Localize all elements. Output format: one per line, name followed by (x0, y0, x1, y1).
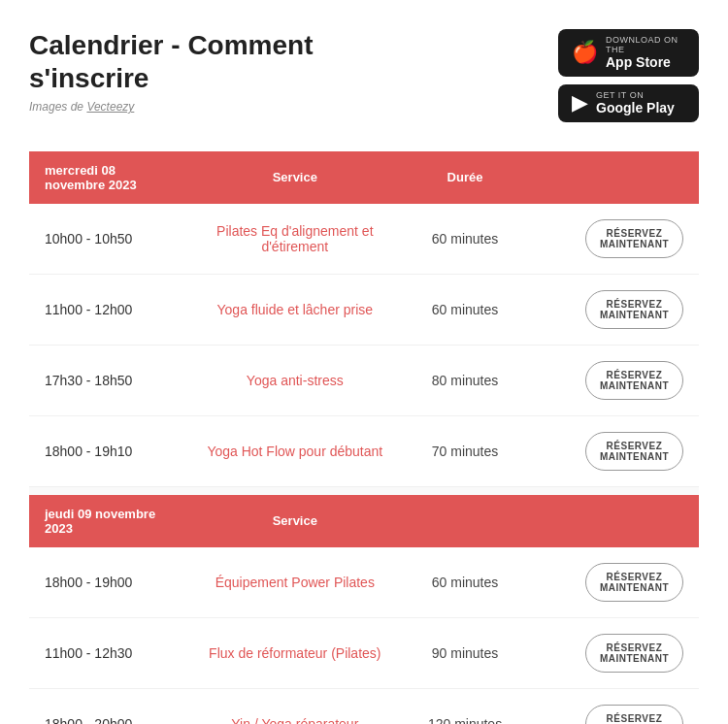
section-date-mercredi: mercredi 08 novembre 2023 (29, 151, 188, 204)
table-row: 11h00 - 12h00 Yoga fluide et lâcher pris… (29, 275, 699, 346)
section-header-mercredi: mercredi 08 novembre 2023 Service Durée (29, 151, 699, 204)
duration-cell: 80 minutes (401, 346, 528, 416)
reserve-button[interactable]: RÉSERVEZMAINTENANT (585, 563, 683, 602)
page-title-block: Calendrier - Comment s'inscrire Images d… (29, 29, 314, 114)
service-cell: Pilates Eq d'alignement et d'étirement (188, 204, 401, 275)
col-duree-mercredi: Durée (401, 151, 528, 204)
time-cell: 10h00 - 10h50 (29, 204, 188, 275)
action-cell: RÉSERVEZMAINTENANT (529, 346, 699, 416)
reserve-button[interactable]: RÉSERVEZMAINTENANT (585, 634, 683, 673)
apple-icon: 🍎 (572, 40, 598, 65)
time-cell: 18h00 - 19h10 (29, 416, 188, 487)
vecteezy-link[interactable]: Vecteezy (86, 100, 134, 114)
reserve-button[interactable]: RÉSERVEZMAINTENANT (585, 290, 683, 329)
time-cell: 17h30 - 18h50 (29, 346, 188, 416)
appstore-badge[interactable]: 🍎 Download on the App Store (558, 29, 699, 77)
service-cell: Flux de réformateur (Pilates) (188, 618, 401, 689)
col-service-mercredi: Service (188, 151, 401, 204)
col-service-jeudi: Service (188, 495, 401, 547)
col-action-mercredi (529, 151, 699, 204)
duration-cell: 60 minutes (401, 204, 528, 275)
appstore-name: App Store (606, 54, 685, 71)
reserve-button[interactable]: RÉSERVEZMAINTENANT (585, 705, 683, 724)
appstore-small-text: Download on the (606, 35, 685, 54)
calendar-table: mercredi 08 novembre 2023 Service Durée … (29, 151, 699, 724)
googleplay-small-text: GET IT ON (596, 90, 675, 100)
table-row: 18h00 - 19h00 Équipement Power Pilates 6… (29, 547, 699, 618)
time-cell: 11h00 - 12h00 (29, 275, 188, 346)
service-cell: Yoga Hot Flow pour débutant (188, 416, 401, 487)
store-badges-container: 🍎 Download on the App Store ▶ GET IT ON … (558, 29, 699, 122)
service-cell: Yin / Yoga réparateur (188, 689, 401, 724)
image-credit: Images de Vecteezy (29, 100, 314, 114)
page-header: Calendrier - Comment s'inscrire Images d… (29, 29, 699, 122)
action-cell: RÉSERVEZMAINTENANT (529, 204, 699, 275)
table-row: 18h00 - 20h00 Yin / Yoga réparateur 120 … (29, 689, 699, 724)
duration-cell: 60 minutes (401, 275, 528, 346)
action-cell: RÉSERVEZMAINTENANT (529, 416, 699, 487)
col-action-jeudi (529, 495, 699, 547)
googleplay-badge[interactable]: ▶ GET IT ON Google Play (558, 84, 699, 122)
section-spacer (29, 487, 699, 495)
action-cell: RÉSERVEZMAINTENANT (529, 547, 699, 618)
duration-cell: 60 minutes (401, 547, 528, 618)
duration-cell: 70 minutes (401, 416, 528, 487)
googleplay-name: Google Play (596, 100, 675, 116)
action-cell: RÉSERVEZMAINTENANT (529, 275, 699, 346)
time-cell: 11h00 - 12h30 (29, 618, 188, 689)
service-cell: Équipement Power Pilates (188, 547, 401, 618)
section-header-jeudi: jeudi 09 novembre 2023 Service (29, 495, 699, 547)
googleplay-icon: ▶ (572, 90, 588, 115)
service-cell: Yoga fluide et lâcher prise (188, 275, 401, 346)
table-row: 17h30 - 18h50 Yoga anti-stress 80 minute… (29, 346, 699, 416)
reserve-button[interactable]: RÉSERVEZMAINTENANT (585, 432, 683, 471)
section-date-jeudi: jeudi 09 novembre 2023 (29, 495, 188, 547)
page-title: Calendrier - Comment s'inscrire (29, 29, 314, 94)
col-duree-jeudi (401, 495, 528, 547)
service-cell: Yoga anti-stress (188, 346, 401, 416)
time-cell: 18h00 - 20h00 (29, 689, 188, 724)
table-row: 10h00 - 10h50 Pilates Eq d'alignement et… (29, 204, 699, 275)
duration-cell: 90 minutes (401, 618, 528, 689)
table-row: 18h00 - 19h10 Yoga Hot Flow pour débutan… (29, 416, 699, 487)
action-cell: RÉSERVEZMAINTENANT (529, 618, 699, 689)
action-cell: RÉSERVEZMAINTENANT (529, 689, 699, 724)
duration-cell: 120 minutes (401, 689, 528, 724)
table-row: 11h00 - 12h30 Flux de réformateur (Pilat… (29, 618, 699, 689)
time-cell: 18h00 - 19h00 (29, 547, 188, 618)
reserve-button[interactable]: RÉSERVEZMAINTENANT (585, 361, 683, 400)
reserve-button[interactable]: RÉSERVEZMAINTENANT (585, 219, 683, 258)
